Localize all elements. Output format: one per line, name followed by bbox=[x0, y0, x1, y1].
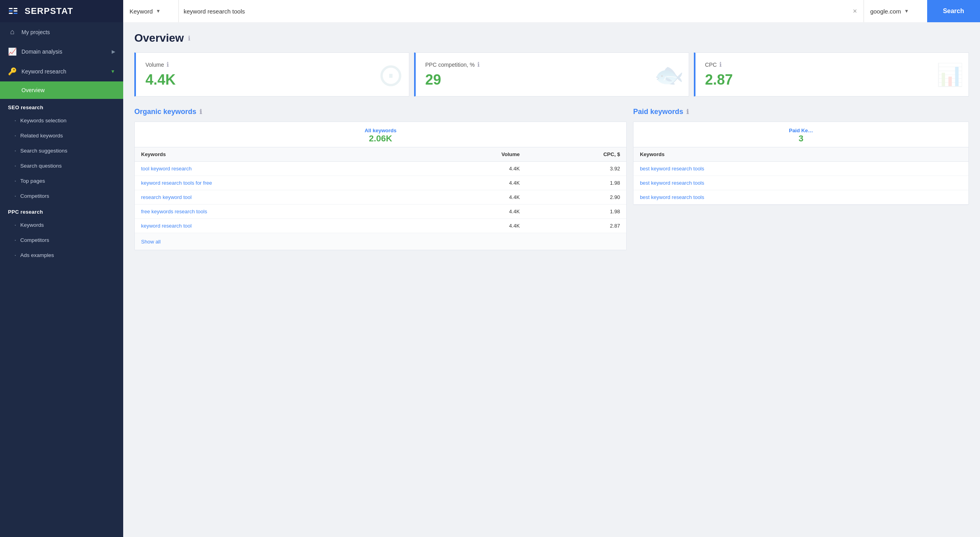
organic-cpc-cell: 1.98 bbox=[526, 205, 626, 219]
search-input[interactable] bbox=[184, 8, 851, 15]
sidebar-item-keyword-research[interactable]: 🔑 Keyword research ▼ bbox=[0, 62, 123, 81]
organic-stat-header: All keywords 2.06K bbox=[135, 122, 626, 147]
organic-keyword-cell[interactable]: keyword research tools for free bbox=[135, 176, 420, 190]
cpc-info-icon[interactable]: ℹ bbox=[719, 61, 722, 68]
seo-research-label: SEO research bbox=[8, 104, 43, 110]
ppc-research-label: PPC research bbox=[8, 209, 43, 215]
metric-ppc-label: PPC competition, % ℹ bbox=[425, 61, 679, 68]
sidebar-item-search-questions[interactable]: Search questions bbox=[0, 158, 123, 173]
search-input-wrapper: × bbox=[179, 6, 864, 17]
organic-volume-cell: 4.4K bbox=[420, 219, 526, 233]
sidebar-item-domain-analysis[interactable]: 📈 Domain analysis ▶ bbox=[0, 42, 123, 62]
keyword-research-chevron: ▼ bbox=[110, 69, 115, 74]
engine-chevron: ▼ bbox=[904, 8, 909, 14]
page-title: Overview bbox=[134, 32, 184, 44]
home-icon: ⌂ bbox=[8, 28, 17, 36]
search-type-chevron: ▼ bbox=[156, 8, 161, 14]
search-type-label: Keyword bbox=[130, 8, 153, 15]
organic-keyword-cell[interactable]: tool keyword research bbox=[135, 162, 420, 176]
overview-info-icon[interactable]: ℹ bbox=[188, 35, 190, 42]
organic-volume-cell: 4.4K bbox=[420, 176, 526, 190]
svg-rect-3 bbox=[14, 8, 17, 9]
metric-cpc: CPC ℹ 2.87 📊 bbox=[694, 52, 969, 97]
svg-rect-1 bbox=[9, 10, 13, 12]
keywords-section: Organic keywords ℹ All keywords 2.06K Ke… bbox=[134, 108, 969, 250]
paid-keyword-cell[interactable]: best keyword research tools bbox=[633, 162, 968, 176]
sidebar: ⌂ My projects 📈 Domain analysis ▶ 🔑 Keyw… bbox=[0, 22, 123, 537]
organic-keyword-cell[interactable]: research keyword tool bbox=[135, 190, 420, 205]
organic-volume-cell: 4.4K bbox=[420, 205, 526, 219]
sidebar-label-ads-examples: Ads examples bbox=[20, 252, 54, 258]
sidebar-item-overview[interactable]: Overview bbox=[0, 81, 123, 99]
all-keywords-label: All keywords bbox=[141, 127, 620, 133]
sidebar-item-keywords[interactable]: Keywords bbox=[0, 217, 123, 232]
col-keywords: Keywords bbox=[135, 147, 420, 162]
sidebar-item-ads-examples[interactable]: Ads examples bbox=[0, 247, 123, 263]
organic-info-icon[interactable]: ℹ bbox=[199, 108, 202, 116]
organic-cpc-cell: 2.90 bbox=[526, 190, 626, 205]
organic-table-card: All keywords 2.06K Keywords Volume CPC, … bbox=[134, 122, 627, 250]
metric-volume-value: 4.4K bbox=[145, 71, 399, 88]
key-icon: 🔑 bbox=[8, 67, 17, 76]
clear-icon[interactable]: × bbox=[851, 6, 859, 17]
logo-text: SERPSTAT bbox=[25, 6, 73, 16]
svg-rect-2 bbox=[9, 13, 13, 14]
metric-cpc-value: 2.87 bbox=[705, 71, 959, 88]
table-row: best keyword research tools bbox=[633, 176, 968, 190]
logo-area: SERPSTAT bbox=[0, 5, 123, 17]
organic-volume-cell: 4.4K bbox=[420, 162, 526, 176]
col-cpc: CPC, $ bbox=[526, 147, 626, 162]
metric-volume-label: Volume ℹ bbox=[145, 61, 399, 68]
sidebar-item-top-pages[interactable]: Top pages bbox=[0, 173, 123, 188]
paid-table-card: Paid Ke… 3 Keywords best keyword researc… bbox=[633, 122, 969, 205]
organic-title: Organic keywords ℹ bbox=[134, 108, 627, 116]
table-row: keyword research tool 4.4K 2.87 bbox=[135, 219, 626, 233]
ppc-research-header: PPC research bbox=[0, 203, 123, 217]
topbar: SERPSTAT Keyword ▼ × google.com ▼ Search bbox=[0, 0, 980, 22]
paid-info-icon[interactable]: ℹ bbox=[686, 108, 689, 116]
metric-volume: Volume ℹ 4.4K ⊙ bbox=[134, 52, 409, 97]
sidebar-item-ppc-competitors[interactable]: Competitors bbox=[0, 232, 123, 247]
sidebar-label-related-keywords: Related keywords bbox=[20, 133, 63, 139]
col-volume: Volume bbox=[420, 147, 526, 162]
show-all-link[interactable]: Show all bbox=[141, 239, 161, 245]
sidebar-item-search-suggestions[interactable]: Search suggestions bbox=[0, 143, 123, 158]
table-row: research keyword tool 4.4K 2.90 bbox=[135, 190, 626, 205]
engine-dropdown[interactable]: google.com ▼ bbox=[864, 0, 927, 22]
sidebar-label-keyword-research: Keyword research bbox=[21, 68, 106, 75]
search-bar: Keyword ▼ × google.com ▼ Search bbox=[123, 0, 980, 22]
organic-keyword-cell[interactable]: free keywords research tools bbox=[135, 205, 420, 219]
organic-keywords-col: Organic keywords ℹ All keywords 2.06K Ke… bbox=[134, 108, 627, 250]
engine-label: google.com bbox=[870, 8, 901, 15]
page-title-row: Overview ℹ bbox=[134, 32, 969, 44]
logo-icon bbox=[8, 5, 21, 17]
main-layout: ⌂ My projects 📈 Domain analysis ▶ 🔑 Keyw… bbox=[0, 22, 980, 537]
sidebar-label-overview: Overview bbox=[8, 87, 115, 93]
svg-rect-0 bbox=[9, 8, 13, 9]
show-all-row: Show all bbox=[135, 233, 626, 250]
ppc-info-icon[interactable]: ℹ bbox=[477, 61, 480, 68]
sidebar-item-competitors[interactable]: Competitors bbox=[0, 188, 123, 203]
svg-rect-4 bbox=[14, 10, 17, 12]
sidebar-item-keywords-selection[interactable]: Keywords selection bbox=[0, 113, 123, 128]
chart-icon: 📈 bbox=[8, 47, 17, 56]
volume-info-icon[interactable]: ℹ bbox=[167, 61, 169, 68]
search-type-dropdown[interactable]: Keyword ▼ bbox=[123, 0, 179, 22]
sidebar-label-search-suggestions: Search suggestions bbox=[20, 148, 68, 154]
sidebar-item-related-keywords[interactable]: Related keywords bbox=[0, 128, 123, 143]
sidebar-item-my-projects[interactable]: ⌂ My projects bbox=[0, 22, 123, 42]
paid-col-keywords: Keywords bbox=[633, 147, 968, 162]
paid-keyword-cell[interactable]: best keyword research tools bbox=[633, 190, 968, 205]
paid-stat-header: Paid Ke… 3 bbox=[633, 122, 968, 147]
paid-keyword-cell[interactable]: best keyword research tools bbox=[633, 176, 968, 190]
organic-cpc-cell: 2.87 bbox=[526, 219, 626, 233]
organic-keyword-cell[interactable]: keyword research tool bbox=[135, 219, 420, 233]
sidebar-label-top-pages: Top pages bbox=[20, 178, 45, 184]
sidebar-label-search-questions: Search questions bbox=[20, 163, 62, 169]
paid-table: Keywords best keyword research tools bes… bbox=[633, 147, 968, 205]
metrics-row: Volume ℹ 4.4K ⊙ PPC competition, % ℹ 29 … bbox=[134, 52, 969, 97]
metric-cpc-label: CPC ℹ bbox=[705, 61, 959, 68]
seo-research-header: SEO research bbox=[0, 99, 123, 113]
organic-table-header-row: Keywords Volume CPC, $ bbox=[135, 147, 626, 162]
search-button[interactable]: Search bbox=[927, 0, 980, 22]
